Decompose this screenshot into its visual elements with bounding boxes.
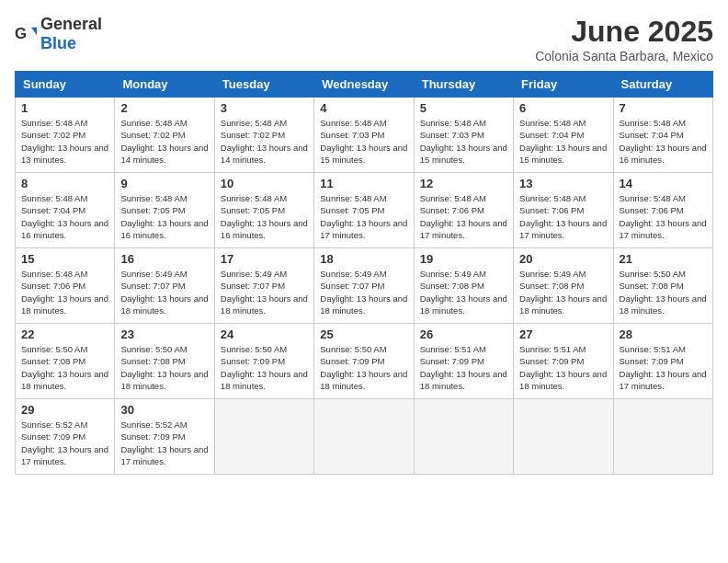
day-detail: Sunrise: 5:48 AMSunset: 7:05 PMDaylight:… [221, 192, 308, 241]
day-detail: Sunrise: 5:48 AMSunset: 7:04 PMDaylight:… [519, 117, 607, 166]
day-number: 30 [120, 403, 208, 417]
calendar-title: June 2025 [535, 15, 713, 49]
day-number: 16 [120, 252, 208, 266]
calendar-cell: 3Sunrise: 5:48 AMSunset: 7:02 PMDaylight… [214, 98, 313, 173]
day-number: 23 [120, 327, 208, 341]
calendar-cell: 4Sunrise: 5:48 AMSunset: 7:03 PMDaylight… [314, 98, 414, 173]
day-number: 25 [320, 327, 407, 341]
day-number: 12 [420, 177, 507, 190]
day-number: 13 [519, 177, 607, 190]
day-number: 2 [120, 101, 208, 115]
calendar-header-row: SundayMondayTuesdayWednesdayThursdayFrid… [16, 72, 713, 98]
day-detail: Sunrise: 5:49 AMSunset: 7:08 PMDaylight:… [519, 268, 607, 316]
day-detail: Sunrise: 5:50 AMSunset: 7:08 PMDaylight:… [120, 343, 208, 392]
day-detail: Sunrise: 5:48 AMSunset: 7:05 PMDaylight:… [320, 192, 407, 241]
day-detail: Sunrise: 5:49 AMSunset: 7:08 PMDaylight:… [420, 268, 507, 316]
weekday-header-thursday: Thursday [414, 72, 513, 98]
calendar-cell: 8Sunrise: 5:48 AMSunset: 7:04 PMDaylight… [16, 173, 115, 248]
calendar-cell: 11Sunrise: 5:48 AMSunset: 7:05 PMDayligh… [314, 173, 414, 248]
day-detail: Sunrise: 5:48 AMSunset: 7:04 PMDaylight:… [620, 117, 707, 166]
day-number: 5 [420, 101, 507, 115]
calendar-cell: 13Sunrise: 5:48 AMSunset: 7:06 PMDayligh… [514, 173, 613, 248]
day-detail: Sunrise: 5:48 AMSunset: 7:04 PMDaylight:… [21, 192, 108, 241]
weekday-header-monday: Monday [115, 72, 214, 98]
calendar-cell: 6Sunrise: 5:48 AMSunset: 7:04 PMDaylight… [514, 98, 613, 173]
day-number: 20 [519, 252, 607, 266]
day-detail: Sunrise: 5:51 AMSunset: 7:09 PMDaylight:… [519, 343, 607, 392]
weekday-header-saturday: Saturday [613, 72, 712, 98]
calendar-cell [314, 399, 414, 475]
calendar-cell: 18Sunrise: 5:49 AMSunset: 7:07 PMDayligh… [314, 248, 414, 324]
day-number: 15 [21, 252, 108, 266]
day-number: 4 [320, 101, 407, 115]
day-number: 22 [21, 327, 108, 341]
day-detail: Sunrise: 5:50 AMSunset: 7:08 PMDaylight:… [21, 343, 108, 392]
week-row-5: 29Sunrise: 5:52 AMSunset: 7:09 PMDayligh… [16, 399, 713, 475]
day-number: 3 [221, 101, 308, 115]
calendar-cell: 22Sunrise: 5:50 AMSunset: 7:08 PMDayligh… [16, 324, 115, 399]
day-number: 10 [221, 177, 308, 190]
calendar-cell: 15Sunrise: 5:48 AMSunset: 7:06 PMDayligh… [16, 248, 115, 324]
logo-text: General Blue [40, 15, 102, 53]
day-detail: Sunrise: 5:50 AMSunset: 7:08 PMDaylight:… [620, 268, 707, 316]
day-number: 1 [21, 101, 108, 115]
day-detail: Sunrise: 5:50 AMSunset: 7:09 PMDaylight:… [221, 343, 308, 392]
calendar-table: SundayMondayTuesdayWednesdayThursdayFrid… [15, 71, 713, 475]
day-detail: Sunrise: 5:48 AMSunset: 7:06 PMDaylight:… [620, 192, 707, 241]
day-number: 29 [21, 403, 108, 417]
calendar-cell: 1Sunrise: 5:48 AMSunset: 7:02 PMDaylight… [16, 98, 115, 173]
day-detail: Sunrise: 5:50 AMSunset: 7:09 PMDaylight:… [320, 343, 407, 392]
day-detail: Sunrise: 5:48 AMSunset: 7:03 PMDaylight:… [420, 117, 507, 166]
calendar-cell: 26Sunrise: 5:51 AMSunset: 7:09 PMDayligh… [414, 324, 513, 399]
day-detail: Sunrise: 5:49 AMSunset: 7:07 PMDaylight:… [221, 268, 308, 316]
logo-icon: G [15, 23, 37, 45]
calendar-cell: 30Sunrise: 5:52 AMSunset: 7:09 PMDayligh… [115, 399, 214, 475]
calendar-cell: 12Sunrise: 5:48 AMSunset: 7:06 PMDayligh… [414, 173, 513, 248]
day-detail: Sunrise: 5:48 AMSunset: 7:02 PMDaylight:… [221, 117, 308, 166]
calendar-cell: 23Sunrise: 5:50 AMSunset: 7:08 PMDayligh… [115, 324, 214, 399]
day-number: 28 [620, 327, 707, 341]
calendar-cell: 20Sunrise: 5:49 AMSunset: 7:08 PMDayligh… [514, 248, 613, 324]
logo-general: General [40, 15, 102, 33]
logo: G General Blue [15, 15, 102, 53]
day-number: 7 [620, 101, 707, 115]
weekday-header-sunday: Sunday [16, 72, 115, 98]
day-number: 9 [120, 177, 208, 190]
calendar-cell [214, 399, 313, 475]
day-number: 14 [620, 177, 707, 190]
day-number: 21 [620, 252, 707, 266]
day-number: 8 [21, 177, 108, 190]
weekday-header-friday: Friday [514, 72, 613, 98]
logo-blue: Blue [40, 34, 76, 52]
day-detail: Sunrise: 5:48 AMSunset: 7:02 PMDaylight:… [120, 117, 208, 166]
week-row-3: 15Sunrise: 5:48 AMSunset: 7:06 PMDayligh… [16, 248, 713, 324]
header: G General Blue June 2025 Colonia Santa B… [15, 15, 713, 63]
calendar-cell [514, 399, 613, 475]
day-detail: Sunrise: 5:48 AMSunset: 7:06 PMDaylight:… [519, 192, 607, 241]
calendar-cell [613, 399, 712, 475]
calendar-cell: 7Sunrise: 5:48 AMSunset: 7:04 PMDaylight… [613, 98, 712, 173]
week-row-2: 8Sunrise: 5:48 AMSunset: 7:04 PMDaylight… [16, 173, 713, 248]
day-detail: Sunrise: 5:48 AMSunset: 7:03 PMDaylight:… [320, 117, 407, 166]
calendar-cell: 16Sunrise: 5:49 AMSunset: 7:07 PMDayligh… [115, 248, 214, 324]
calendar-subtitle: Colonia Santa Barbara, Mexico [535, 49, 713, 63]
calendar-cell: 19Sunrise: 5:49 AMSunset: 7:08 PMDayligh… [414, 248, 513, 324]
day-number: 19 [420, 252, 507, 266]
svg-marker-1 [31, 28, 37, 35]
calendar-cell: 21Sunrise: 5:50 AMSunset: 7:08 PMDayligh… [613, 248, 712, 324]
calendar-cell: 2Sunrise: 5:48 AMSunset: 7:02 PMDaylight… [115, 98, 214, 173]
day-number: 24 [221, 327, 308, 341]
day-detail: Sunrise: 5:48 AMSunset: 7:02 PMDaylight:… [21, 117, 108, 166]
weekday-header-tuesday: Tuesday [214, 72, 313, 98]
day-number: 17 [221, 252, 308, 266]
calendar-cell: 14Sunrise: 5:48 AMSunset: 7:06 PMDayligh… [613, 173, 712, 248]
day-number: 18 [320, 252, 407, 266]
calendar-cell: 10Sunrise: 5:48 AMSunset: 7:05 PMDayligh… [214, 173, 313, 248]
week-row-4: 22Sunrise: 5:50 AMSunset: 7:08 PMDayligh… [16, 324, 713, 399]
week-row-1: 1Sunrise: 5:48 AMSunset: 7:02 PMDaylight… [16, 98, 713, 173]
calendar-cell: 24Sunrise: 5:50 AMSunset: 7:09 PMDayligh… [214, 324, 313, 399]
title-area: June 2025 Colonia Santa Barbara, Mexico [535, 15, 713, 63]
calendar-cell: 28Sunrise: 5:51 AMSunset: 7:09 PMDayligh… [613, 324, 712, 399]
svg-text:G: G [15, 25, 27, 42]
day-number: 6 [519, 101, 607, 115]
